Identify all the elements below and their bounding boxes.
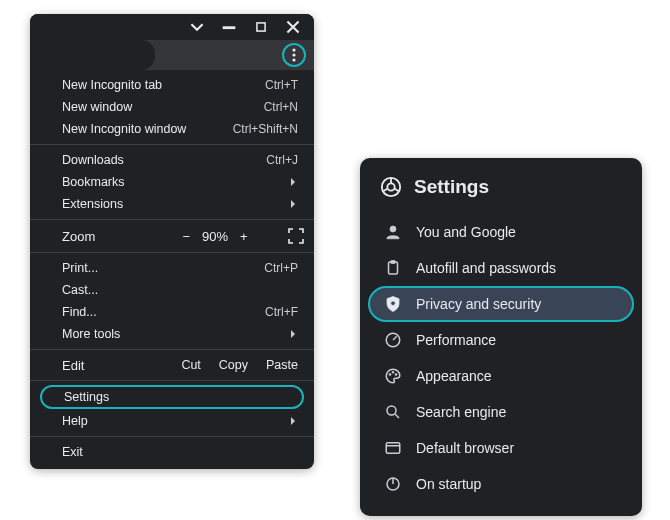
menu-item-label: Help bbox=[62, 414, 88, 428]
sidebar-item-you-and-google[interactable]: You and Google bbox=[368, 214, 634, 250]
menu-item-exit[interactable]: Exit bbox=[30, 441, 314, 463]
sidebar-item-appearance[interactable]: Appearance bbox=[368, 358, 634, 394]
sidebar-item-privacy-security[interactable]: Privacy and security bbox=[368, 286, 634, 322]
zoom-value: 90% bbox=[202, 229, 228, 244]
active-tab[interactable] bbox=[30, 40, 155, 70]
fullscreen-icon[interactable] bbox=[288, 228, 304, 244]
sidebar-item-search-engine[interactable]: Search engine bbox=[368, 394, 634, 430]
menu-item-shortcut: Ctrl+F bbox=[265, 305, 298, 319]
menu-item-new-incognito-window[interactable]: New Incognito window Ctrl+Shift+N bbox=[30, 118, 314, 140]
palette-icon bbox=[384, 367, 402, 385]
sidebar-item-label: You and Google bbox=[416, 224, 516, 240]
sidebar-item-performance[interactable]: Performance bbox=[368, 322, 634, 358]
chrome-menu-panel: New Incognito tab Ctrl+T New window Ctrl… bbox=[30, 14, 314, 469]
menu-item-shortcut: Ctrl+J bbox=[266, 153, 298, 167]
sidebar-item-default-browser[interactable]: Default browser bbox=[368, 430, 634, 466]
menu-item-label: More tools bbox=[62, 327, 120, 341]
sidebar-item-label: Appearance bbox=[416, 368, 492, 384]
menu-item-label: Find... bbox=[62, 305, 97, 319]
menu-item-new-incognito-tab[interactable]: New Incognito tab Ctrl+T bbox=[30, 74, 314, 96]
chevron-right-icon bbox=[288, 199, 298, 209]
sidebar-item-label: Search engine bbox=[416, 404, 506, 420]
menu-item-zoom: Zoom − 90% + bbox=[30, 224, 314, 248]
menu-item-more-tools[interactable]: More tools bbox=[30, 323, 314, 345]
tab-strip bbox=[30, 40, 314, 70]
sidebar-item-label: Default browser bbox=[416, 440, 514, 456]
menu-item-label: Extensions bbox=[62, 197, 123, 211]
sidebar-item-autofill[interactable]: Autofill and passwords bbox=[368, 250, 634, 286]
search-icon bbox=[384, 403, 402, 421]
menu-item-extensions[interactable]: Extensions bbox=[30, 193, 314, 215]
highlight-ring: Settings bbox=[40, 385, 304, 409]
settings-header: Settings bbox=[368, 172, 634, 214]
menu-item-label: New window bbox=[62, 100, 132, 114]
menu-item-shortcut: Ctrl+P bbox=[264, 261, 298, 275]
menu-item-label: New Incognito window bbox=[62, 122, 186, 136]
menu-separator bbox=[30, 252, 314, 253]
zoom-label: Zoom bbox=[62, 229, 142, 244]
svg-point-7 bbox=[390, 226, 396, 232]
sidebar-item-label: On startup bbox=[416, 476, 481, 492]
menu-item-label: Cast... bbox=[62, 283, 98, 297]
power-icon bbox=[384, 475, 402, 493]
menu-item-find[interactable]: Find... Ctrl+F bbox=[30, 301, 314, 323]
menu-item-new-window[interactable]: New window Ctrl+N bbox=[30, 96, 314, 118]
menu-item-settings[interactable]: Settings bbox=[42, 387, 302, 407]
menu-item-print[interactable]: Print... Ctrl+P bbox=[30, 257, 314, 279]
maximize-icon[interactable] bbox=[254, 20, 268, 34]
menu-item-edit: Edit Cut Copy Paste bbox=[30, 354, 314, 376]
minimize-icon[interactable] bbox=[222, 20, 236, 34]
menu-item-cast[interactable]: Cast... bbox=[30, 279, 314, 301]
svg-rect-16 bbox=[386, 443, 400, 454]
browser-icon bbox=[384, 439, 402, 457]
menu-item-downloads[interactable]: Downloads Ctrl+J bbox=[30, 149, 314, 171]
shield-icon bbox=[384, 295, 402, 313]
chevron-down-icon[interactable] bbox=[190, 20, 204, 34]
menu-item-label: Bookmarks bbox=[62, 175, 125, 189]
svg-point-3 bbox=[292, 53, 295, 56]
speedometer-icon bbox=[384, 331, 402, 349]
clipboard-icon bbox=[384, 259, 402, 277]
svg-point-13 bbox=[392, 371, 394, 373]
chevron-right-icon bbox=[288, 416, 298, 426]
menu-item-label: Settings bbox=[64, 390, 109, 404]
zoom-controls: − 90% + bbox=[142, 229, 288, 244]
copy-button[interactable]: Copy bbox=[219, 358, 248, 372]
paste-button[interactable]: Paste bbox=[266, 358, 298, 372]
svg-point-6 bbox=[387, 183, 394, 190]
menu-separator bbox=[30, 144, 314, 145]
svg-point-4 bbox=[292, 58, 295, 61]
settings-sidebar: Settings You and Google Autofill and pas… bbox=[360, 158, 642, 516]
window-controls bbox=[30, 14, 314, 40]
menu-item-bookmarks[interactable]: Bookmarks bbox=[30, 171, 314, 193]
menu-item-shortcut: Ctrl+Shift+N bbox=[233, 122, 298, 136]
svg-point-15 bbox=[387, 406, 396, 415]
svg-point-2 bbox=[292, 48, 295, 51]
sidebar-item-label: Autofill and passwords bbox=[416, 260, 556, 276]
kebab-menu-button[interactable] bbox=[282, 43, 306, 67]
menu-item-label: Downloads bbox=[62, 153, 124, 167]
svg-point-14 bbox=[395, 374, 397, 376]
sidebar-item-label: Performance bbox=[416, 332, 496, 348]
settings-title: Settings bbox=[414, 176, 489, 198]
menu-item-label: New Incognito tab bbox=[62, 78, 162, 92]
zoom-in-button[interactable]: + bbox=[240, 229, 248, 244]
close-icon[interactable] bbox=[286, 20, 300, 34]
person-icon bbox=[384, 223, 402, 241]
cut-button[interactable]: Cut bbox=[181, 358, 200, 372]
svg-point-10 bbox=[391, 301, 396, 306]
sidebar-item-label: Privacy and security bbox=[416, 296, 541, 312]
chevron-right-icon bbox=[288, 329, 298, 339]
chrome-logo-icon bbox=[380, 176, 402, 198]
menu-separator bbox=[30, 219, 314, 220]
menu-item-help[interactable]: Help bbox=[30, 410, 314, 432]
sidebar-item-on-startup[interactable]: On startup bbox=[368, 466, 634, 502]
svg-rect-1 bbox=[257, 23, 265, 31]
svg-point-12 bbox=[389, 374, 391, 376]
menu-body: New Incognito tab Ctrl+T New window Ctrl… bbox=[30, 70, 314, 469]
menu-item-label: Print... bbox=[62, 261, 98, 275]
menu-item-label: Exit bbox=[62, 445, 83, 459]
zoom-out-button[interactable]: − bbox=[182, 229, 190, 244]
chevron-right-icon bbox=[288, 177, 298, 187]
menu-item-shortcut: Ctrl+T bbox=[265, 78, 298, 92]
